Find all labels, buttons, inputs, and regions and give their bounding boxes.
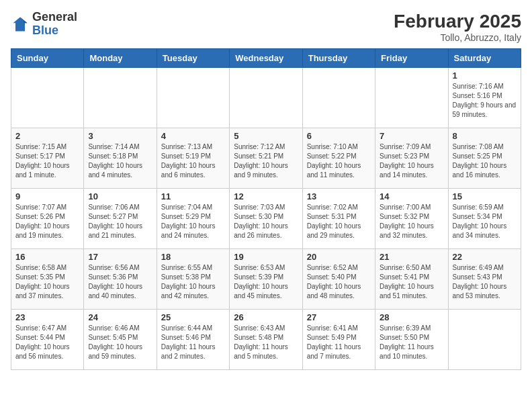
day-cell: 28Sunrise: 6:39 AM Sunset: 5:50 PM Dayli… [375, 310, 448, 370]
day-info: Sunrise: 6:46 AM Sunset: 5:45 PM Dayligh… [88, 324, 152, 361]
header-cell-saturday: Saturday [448, 49, 521, 68]
day-number: 1 [453, 71, 517, 81]
header-cell-thursday: Thursday [302, 49, 375, 68]
title-block: February 2025 Tollo, Abruzzo, Italy [394, 11, 521, 43]
day-number: 19 [234, 252, 298, 262]
day-cell [84, 68, 157, 128]
day-number: 14 [380, 191, 443, 201]
day-cell: 19Sunrise: 6:53 AM Sunset: 5:39 PM Dayli… [230, 249, 302, 310]
day-cell: 1Sunrise: 7:16 AM Sunset: 5:16 PM Daylig… [448, 68, 521, 128]
week-row-0: 1Sunrise: 7:16 AM Sunset: 5:16 PM Daylig… [11, 68, 521, 128]
day-info: Sunrise: 7:14 AM Sunset: 5:18 PM Dayligh… [88, 142, 152, 180]
day-info: Sunrise: 6:59 AM Sunset: 5:34 PM Dayligh… [453, 203, 517, 240]
day-number: 15 [453, 191, 517, 201]
day-cell [375, 68, 448, 128]
day-number: 16 [15, 252, 79, 262]
day-info: Sunrise: 6:52 AM Sunset: 5:40 PM Dayligh… [307, 263, 371, 301]
logo-text: General Blue [32, 11, 77, 38]
day-number: 25 [161, 312, 225, 322]
day-number: 24 [88, 312, 152, 322]
day-number: 6 [307, 131, 371, 141]
day-cell: 20Sunrise: 6:52 AM Sunset: 5:40 PM Dayli… [302, 249, 375, 310]
day-info: Sunrise: 7:03 AM Sunset: 5:30 PM Dayligh… [234, 203, 298, 240]
day-number: 5 [234, 131, 298, 141]
header-cell-friday: Friday [375, 49, 448, 68]
day-number: 26 [234, 312, 298, 322]
day-cell: 10Sunrise: 7:06 AM Sunset: 5:27 PM Dayli… [84, 189, 157, 249]
day-info: Sunrise: 6:50 AM Sunset: 5:41 PM Dayligh… [380, 263, 443, 301]
day-number: 21 [380, 252, 443, 262]
day-info: Sunrise: 6:39 AM Sunset: 5:50 PM Dayligh… [380, 324, 443, 361]
day-info: Sunrise: 6:47 AM Sunset: 5:44 PM Dayligh… [15, 324, 79, 361]
day-number: 3 [88, 131, 152, 141]
calendar-table: SundayMondayTuesdayWednesdayThursdayFrid… [11, 48, 521, 370]
day-cell [157, 68, 229, 128]
calendar-subtitle: Tollo, Abruzzo, Italy [394, 32, 521, 43]
day-cell: 11Sunrise: 7:04 AM Sunset: 5:29 PM Dayli… [157, 189, 229, 249]
day-cell: 7Sunrise: 7:09 AM Sunset: 5:23 PM Daylig… [375, 128, 448, 189]
day-number: 13 [307, 191, 371, 201]
day-cell: 23Sunrise: 6:47 AM Sunset: 5:44 PM Dayli… [11, 310, 84, 370]
day-cell: 16Sunrise: 6:58 AM Sunset: 5:35 PM Dayli… [11, 249, 84, 310]
logo-icon [11, 15, 30, 34]
calendar-header: SundayMondayTuesdayWednesdayThursdayFrid… [11, 49, 521, 68]
day-cell: 8Sunrise: 7:08 AM Sunset: 5:25 PM Daylig… [448, 128, 521, 189]
day-number: 27 [307, 312, 371, 322]
day-number: 11 [161, 191, 225, 201]
day-number: 18 [161, 252, 225, 262]
day-cell: 14Sunrise: 7:00 AM Sunset: 5:32 PM Dayli… [375, 189, 448, 249]
header-cell-tuesday: Tuesday [157, 49, 229, 68]
day-info: Sunrise: 7:06 AM Sunset: 5:27 PM Dayligh… [88, 203, 152, 240]
day-info: Sunrise: 7:00 AM Sunset: 5:32 PM Dayligh… [380, 203, 443, 240]
svg-marker-0 [13, 17, 28, 31]
header-row: SundayMondayTuesdayWednesdayThursdayFrid… [11, 49, 521, 68]
day-info: Sunrise: 7:09 AM Sunset: 5:23 PM Dayligh… [380, 142, 443, 180]
day-cell: 5Sunrise: 7:12 AM Sunset: 5:21 PM Daylig… [230, 128, 302, 189]
day-cell: 21Sunrise: 6:50 AM Sunset: 5:41 PM Dayli… [375, 249, 448, 310]
day-number: 28 [380, 312, 443, 322]
week-row-2: 9Sunrise: 7:07 AM Sunset: 5:26 PM Daylig… [11, 189, 521, 249]
day-number: 7 [380, 131, 443, 141]
day-cell: 24Sunrise: 6:46 AM Sunset: 5:45 PM Dayli… [84, 310, 157, 370]
header-cell-sunday: Sunday [11, 49, 84, 68]
day-cell: 13Sunrise: 7:02 AM Sunset: 5:31 PM Dayli… [302, 189, 375, 249]
day-cell [230, 68, 302, 128]
day-info: Sunrise: 6:44 AM Sunset: 5:46 PM Dayligh… [161, 324, 225, 361]
day-info: Sunrise: 6:43 AM Sunset: 5:48 PM Dayligh… [234, 324, 298, 361]
day-info: Sunrise: 6:55 AM Sunset: 5:38 PM Dayligh… [161, 263, 225, 301]
day-info: Sunrise: 7:04 AM Sunset: 5:29 PM Dayligh… [161, 203, 225, 240]
day-number: 17 [88, 252, 152, 262]
day-cell: 2Sunrise: 7:15 AM Sunset: 5:17 PM Daylig… [11, 128, 84, 189]
day-number: 12 [234, 191, 298, 201]
day-info: Sunrise: 7:15 AM Sunset: 5:17 PM Dayligh… [15, 142, 79, 180]
day-number: 9 [15, 191, 79, 201]
header-cell-wednesday: Wednesday [230, 49, 302, 68]
day-number: 10 [88, 191, 152, 201]
week-row-1: 2Sunrise: 7:15 AM Sunset: 5:17 PM Daylig… [11, 128, 521, 189]
header-cell-monday: Monday [84, 49, 157, 68]
day-cell: 9Sunrise: 7:07 AM Sunset: 5:26 PM Daylig… [11, 189, 84, 249]
page-header: General Blue February 2025 Tollo, Abruzz… [11, 11, 521, 43]
day-info: Sunrise: 7:10 AM Sunset: 5:22 PM Dayligh… [307, 142, 371, 180]
day-cell [302, 68, 375, 128]
day-info: Sunrise: 7:12 AM Sunset: 5:21 PM Dayligh… [234, 142, 298, 180]
day-cell: 22Sunrise: 6:49 AM Sunset: 5:43 PM Dayli… [448, 249, 521, 310]
day-cell: 18Sunrise: 6:55 AM Sunset: 5:38 PM Dayli… [157, 249, 229, 310]
day-cell: 15Sunrise: 6:59 AM Sunset: 5:34 PM Dayli… [448, 189, 521, 249]
day-number: 22 [453, 252, 517, 262]
calendar-title: February 2025 [394, 11, 521, 32]
day-cell [11, 68, 84, 128]
day-number: 2 [15, 131, 79, 141]
day-cell: 25Sunrise: 6:44 AM Sunset: 5:46 PM Dayli… [157, 310, 229, 370]
logo: General Blue [11, 11, 77, 38]
week-row-4: 23Sunrise: 6:47 AM Sunset: 5:44 PM Dayli… [11, 310, 521, 370]
day-cell: 3Sunrise: 7:14 AM Sunset: 5:18 PM Daylig… [84, 128, 157, 189]
day-info: Sunrise: 6:49 AM Sunset: 5:43 PM Dayligh… [453, 263, 517, 301]
day-number: 4 [161, 131, 225, 141]
week-row-3: 16Sunrise: 6:58 AM Sunset: 5:35 PM Dayli… [11, 249, 521, 310]
day-info: Sunrise: 7:02 AM Sunset: 5:31 PM Dayligh… [307, 203, 371, 240]
calendar-body: 1Sunrise: 7:16 AM Sunset: 5:16 PM Daylig… [11, 68, 521, 370]
day-cell: 27Sunrise: 6:41 AM Sunset: 5:49 PM Dayli… [302, 310, 375, 370]
day-info: Sunrise: 7:16 AM Sunset: 5:16 PM Dayligh… [453, 82, 517, 120]
day-info: Sunrise: 7:13 AM Sunset: 5:19 PM Dayligh… [161, 142, 225, 180]
